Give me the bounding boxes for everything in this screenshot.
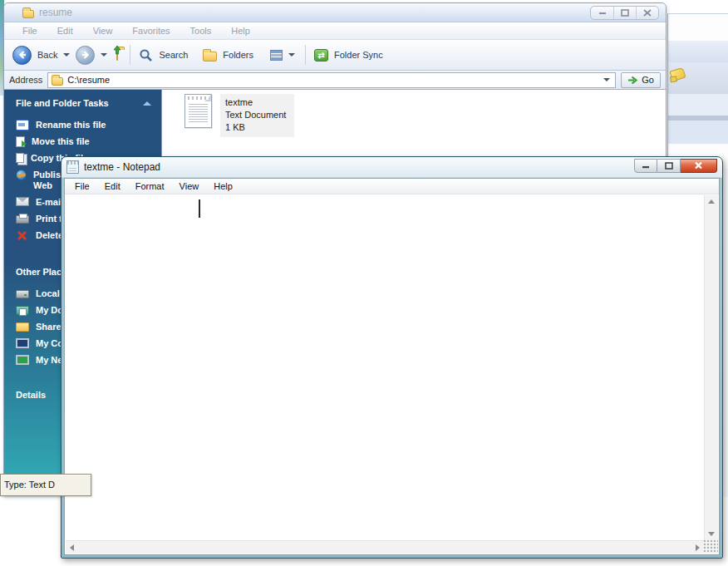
close-button[interactable] [636, 7, 658, 19]
notepad-window: textme - Notepad File Edit Format View H… [61, 156, 723, 559]
close-button[interactable] [681, 159, 717, 173]
toolbar-separator [305, 45, 306, 65]
menu-view[interactable]: View [83, 26, 123, 36]
views-icon[interactable] [270, 50, 283, 61]
file-size: 1 KB [225, 121, 286, 134]
address-dropdown-icon[interactable] [603, 78, 610, 81]
address-value: C:\resume [67, 75, 110, 85]
notepad-client-area: File Edit Format View Help [64, 178, 720, 555]
my-documents-icon [16, 306, 29, 315]
file-tasks-header[interactable]: File and Folder Tasks [16, 98, 156, 108]
scroll-up-icon[interactable] [708, 199, 715, 204]
menu-file[interactable]: File [67, 181, 97, 191]
views-dropdown-icon[interactable] [288, 53, 295, 57]
folder-icon [22, 10, 34, 18]
file-name: textme [225, 96, 286, 109]
menu-help[interactable]: Help [206, 181, 240, 191]
task-label: Move this file [32, 136, 90, 147]
horizontal-scrollbar[interactable] [66, 540, 704, 554]
menu-edit[interactable]: Edit [97, 181, 128, 191]
screen: resume File Edit View Favorites Tools He… [0, 0, 728, 566]
back-button-label[interactable]: Back [37, 50, 57, 60]
background-window-band [668, 121, 728, 144]
explorer-menubar: File Edit View Favorites Tools Help [4, 22, 666, 40]
search-button-label[interactable]: Search [159, 50, 188, 60]
file-tile-text: textme Text Document 1 KB [220, 94, 294, 137]
vertical-scrollbar[interactable] [704, 195, 718, 540]
maximize-button[interactable] [657, 159, 681, 173]
text-caret [199, 199, 200, 218]
details-title: Details [16, 390, 46, 400]
menu-file[interactable]: File [12, 26, 47, 36]
up-arrow-icon [113, 45, 121, 55]
explorer-window-controls [590, 6, 659, 20]
task-label: Rename this file [36, 120, 106, 130]
maximize-button[interactable] [613, 7, 636, 19]
search-icon[interactable] [139, 48, 153, 62]
back-button[interactable] [12, 46, 32, 65]
explorer-window-title: resume [39, 7, 72, 18]
file-tile-textme[interactable]: textme Text Document 1 KB [184, 94, 294, 137]
scroll-down-icon[interactable] [708, 532, 715, 536]
text-document-icon [184, 94, 212, 128]
forward-dropdown-icon[interactable] [101, 53, 107, 57]
task-move-this-file[interactable]: Move this file [16, 136, 156, 147]
address-input[interactable]: C:\resume [47, 72, 616, 88]
email-icon [16, 197, 29, 206]
toolbar-separator [130, 45, 130, 65]
local-disk-icon [16, 290, 29, 298]
address-folder-icon [52, 77, 63, 86]
scroll-right-icon[interactable] [696, 544, 700, 551]
notepad-text-area[interactable] [66, 195, 704, 540]
notepad-menubar: File Edit Format View Help [65, 179, 719, 194]
file-tasks-title: File and Folder Tasks [16, 98, 109, 108]
delete-icon [16, 230, 29, 241]
address-label: Address [9, 75, 42, 85]
background-window-band [668, 94, 728, 116]
my-network-icon [16, 355, 29, 365]
up-folder-button[interactable] [116, 50, 118, 60]
notepad-icon [66, 160, 79, 174]
my-computer-icon [16, 338, 29, 348]
shared-docs-icon [16, 322, 29, 332]
publish-icon [16, 170, 27, 180]
explorer-addressbar: Address C:\resume Go [4, 71, 666, 90]
menu-edit[interactable]: Edit [47, 26, 83, 36]
print-icon [16, 215, 29, 224]
folders-icon[interactable] [203, 52, 217, 62]
status-infotip: Type: Text D [0, 474, 91, 496]
task-rename-this-file[interactable]: Rename this file [16, 120, 156, 130]
notepad-window-controls [634, 159, 717, 173]
menu-favorites[interactable]: Favorites [122, 26, 180, 36]
scroll-left-icon[interactable] [70, 544, 74, 551]
folder-sync-label[interactable]: Folder Sync [334, 50, 383, 60]
status-text: Type: Text D [4, 480, 55, 490]
collapse-chevron-icon[interactable] [143, 101, 151, 106]
move-icon [16, 136, 25, 147]
menu-tools[interactable]: Tools [180, 26, 222, 36]
go-button-label: Go [642, 75, 654, 85]
go-button[interactable]: Go [621, 72, 661, 88]
folders-button-label[interactable]: Folders [223, 50, 253, 60]
minimize-button[interactable] [634, 159, 657, 173]
menu-format[interactable]: Format [128, 181, 172, 191]
rename-icon [16, 120, 29, 130]
menu-view[interactable]: View [172, 181, 207, 191]
folder-sync-icon[interactable]: ⇄ [314, 49, 328, 62]
copy-icon [16, 153, 24, 163]
resize-grip[interactable] [704, 540, 718, 554]
background-window-band [668, 14, 728, 41]
minimize-button[interactable] [591, 7, 613, 19]
notepad-window-title: textme - Notepad [84, 161, 160, 173]
explorer-titlebar[interactable]: resume [4, 3, 666, 22]
forward-button[interactable] [76, 46, 95, 65]
background-window-band [668, 41, 728, 62]
back-dropdown-icon[interactable] [63, 53, 70, 57]
file-type: Text Document [225, 109, 286, 121]
go-arrow-icon [627, 76, 638, 85]
explorer-toolbar: Back Search Folders ⇄ Folder Sync [4, 40, 666, 71]
menu-help[interactable]: Help [221, 26, 260, 36]
notepad-titlebar[interactable]: textme - Notepad [61, 157, 722, 177]
